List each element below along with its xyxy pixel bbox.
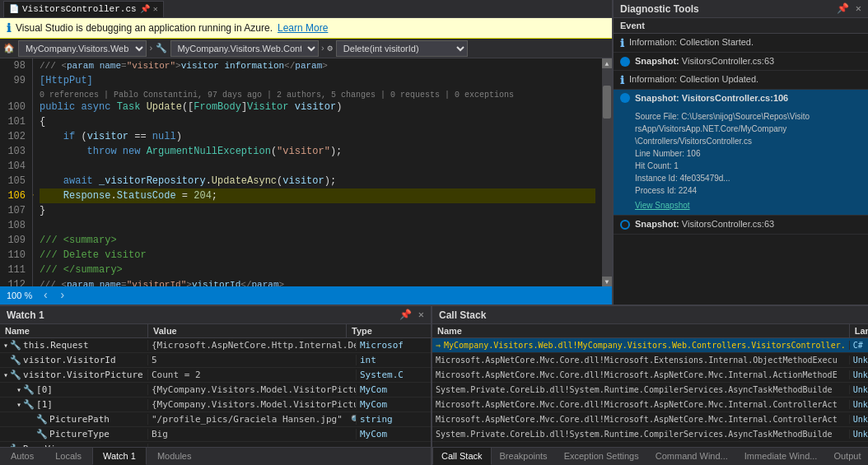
diagnostic-panel: Diagnostic Tools 📌 ✕ Event ℹ Information… [613, 0, 868, 305]
diag-snapshot-details: Source File: C:\Users\nijog\Source\Repos… [620, 110, 810, 212]
magnifier-icon[interactable]: 🔍 [351, 415, 357, 424]
watch-row-0[interactable]: ▾ 🔧 [0] {MyCompany.Visitors.Model.Visito… [0, 383, 431, 398]
tab-locals[interactable]: Locals [44, 447, 92, 465]
diag-event-snapshot3[interactable]: Snapshot: VisitorsController.cs:63 [614, 216, 868, 234]
scroll-track[interactable] [602, 68, 612, 277]
tab-autos[interactable]: Autos [0, 447, 44, 465]
watch-header: Name Value Type [0, 324, 431, 338]
cstab-immediate[interactable]: Immediate Wind... [736, 447, 826, 465]
code-tab[interactable]: 📄 VisitorsController.cs 📌 ✕ [3, 1, 164, 17]
code-line-102: if (visitor == null) [40, 129, 595, 144]
scroll-down-button[interactable]: ▼ [602, 277, 612, 286]
namespace-icon: 🏠 [3, 43, 15, 53]
method2-icon: ⚙ [327, 43, 333, 53]
class-dropdown[interactable]: MyCompany.Visitors.Web.Controllers.\ [170, 40, 319, 57]
code-line-109: /// <summary> [40, 233, 595, 248]
watch-row-picturepath[interactable]: ▾ 🔧 PicturePath "/profile_pics/Graciela … [0, 412, 431, 427]
cs-row-4[interactable]: System.Private.CoreLib.dll!System.Runtim… [432, 383, 868, 398]
expand-this-request[interactable]: ▾ [3, 341, 8, 350]
diag-event-snapshot1[interactable]: Snapshot: VisitorsController.cs:63 [614, 53, 868, 71]
cs-cell-name-7: System.Private.CoreLib.dll!System.Runtim… [432, 430, 850, 439]
cs-row-active[interactable]: ⇒MyCompany.Visitors.Web.dll!MyCompany.Vi… [432, 338, 868, 353]
snapshot-icon-1 [620, 57, 630, 67]
expand-0[interactable]: ▾ [16, 385, 21, 394]
cs-row-5[interactable]: Microsoft.AspNetCore.Mvc.Core.dll!Micros… [432, 398, 868, 412]
arrow-sep: › [148, 44, 154, 53]
tab-modules[interactable]: Modules [147, 447, 203, 465]
cstab-callstack[interactable]: Call Stack [432, 447, 492, 465]
method-dropdown[interactable]: Delete(int visitorId) [336, 40, 468, 57]
code-line-110: /// Delete visitor [40, 248, 595, 263]
cstab-output[interactable]: Output [825, 447, 868, 465]
watch-cell-name-visitorid: ▾ 🔧 visitor.VisitorId [0, 355, 148, 365]
watch-name-vp: visitor.VisitorPicture [23, 370, 143, 380]
arrow-sep2: › [320, 44, 326, 53]
watch-icon-1: 🔧 [23, 399, 35, 410]
file-icon: 📄 [9, 4, 19, 14]
expand-vp[interactable]: ▾ [3, 370, 8, 379]
watch-value-pp: "/profile_pics/Graciela Hansen.jpg" 🔍 [148, 414, 357, 425]
diag-close-icon[interactable]: ✕ [856, 2, 861, 15]
watch-cell-name-1: ▾ 🔧 [1] [0, 399, 148, 410]
watch-icon-pt: 🔧 [36, 429, 48, 439]
method-icon: 🔧 [156, 43, 167, 53]
cs-cell-lang-5: Unkn [850, 400, 868, 409]
zoom-right-arrow[interactable]: › [59, 289, 66, 302]
watch-cell-name-pt: ▾ 🔧 PictureType [0, 429, 148, 439]
watch-row-picturetype[interactable]: ▾ 🔧 PictureType Big MyCom [0, 427, 431, 442]
watch-icon-this-request: 🔧 [10, 340, 21, 351]
cs-header: Name Lang [432, 324, 868, 338]
cstab-exception[interactable]: Exception Settings [556, 447, 647, 465]
cs-row-6[interactable]: Microsoft.AspNetCore.Mvc.Core.dll!Micros… [432, 412, 868, 427]
close-tab-button[interactable]: ✕ [153, 4, 158, 14]
cs-cell-name-3: Microsoft.AspNetCore.Mvc.Core.dll!Micros… [432, 370, 850, 379]
code-scrollbar[interactable]: ▲ ▼ [602, 58, 612, 286]
namespace-dropdown[interactable]: MyCompany.Visitors.Web [18, 40, 147, 57]
cs-row-3[interactable]: Microsoft.AspNetCore.Mvc.Core.dll!Micros… [432, 368, 868, 383]
diagnostic-controls: 📌 ✕ [837, 2, 861, 15]
code-line-112: /// <param name="visitorId">visitorId</p… [40, 277, 595, 286]
cstab-breakpoints[interactable]: Breakpoints [492, 447, 556, 465]
diag-pin-icon[interactable]: 📌 [837, 2, 849, 15]
cstab-command[interactable]: Command Wind... [647, 447, 736, 465]
scroll-thumb[interactable] [603, 86, 611, 119]
watch-value-pt: Big [148, 429, 357, 439]
callstack-title: Call Stack [439, 309, 486, 321]
cs-row-7[interactable]: System.Private.CoreLib.dll!System.Runtim… [432, 427, 868, 442]
diag-event-info2[interactable]: ℹ Information: Collection Updated. [614, 71, 868, 90]
watch-type-visitorid: int [357, 355, 431, 365]
cs-row-2[interactable]: Microsoft.AspNetCore.Mvc.Core.dll!Micros… [432, 353, 868, 368]
expand-1[interactable]: ▾ [16, 400, 21, 409]
watch-name-visitorid: visitor.VisitorId [23, 355, 116, 365]
code-line-101: { [40, 114, 595, 129]
watch-row-1[interactable]: ▾ 🔧 [1] {MyCompany.Visitors.Model.Visito… [0, 398, 431, 412]
code-editor-area[interactable]: 98 99 100 101 102 103 104 105 106 107 10… [0, 58, 612, 286]
view-snapshot-link[interactable]: View Snapshot [635, 201, 690, 210]
watch-cell-name-this-request: ▾ 🔧 this.Request [0, 340, 148, 351]
watch-name-pt: PictureType [49, 429, 110, 439]
watch-name-1: [1] [36, 399, 53, 410]
cs-cell-lang-7: Unkn [850, 430, 868, 439]
diag-snapshot-header: Snapshot: VisitorsController.cs:106 [620, 93, 788, 103]
watch-row-visitorpicture[interactable]: ▾ 🔧 visitor.VisitorPicture Count = 2 Sys… [0, 368, 431, 383]
watch-type-1: MyCom [357, 399, 431, 410]
diag-event-snapshot-detail[interactable]: Snapshot: VisitorsController.cs:106 Sour… [614, 90, 868, 216]
cs-col-name-header: Name [432, 324, 850, 337]
info-icon: ℹ [7, 21, 11, 35]
watch-pin-icon[interactable]: 📌 [399, 309, 412, 321]
cs-cell-lang-2: Unkn [850, 356, 868, 365]
diag-event-info1[interactable]: ℹ Information: Collection Started. [614, 34, 868, 53]
info-icon-2: ℹ [620, 74, 624, 86]
watch-row-this-request[interactable]: ▾ 🔧 this.Request {Microsoft.AspNetCore.H… [0, 338, 431, 353]
learn-more-link[interactable]: Learn More [278, 22, 328, 34]
tab-watch1[interactable]: Watch 1 [92, 447, 147, 465]
watch-close-icon[interactable]: ✕ [418, 309, 424, 321]
diagnostic-events-list: ℹ Information: Collection Started. Snaps… [614, 34, 868, 305]
watch-icon-0: 🔧 [23, 384, 35, 395]
callstack-titlebar: Call Stack 📌 ✕ [432, 306, 868, 324]
scroll-up-button[interactable]: ▲ [602, 58, 612, 68]
watch-col-name-header: Name [0, 324, 148, 337]
code-text[interactable]: /// <param name="visitor">visitor inform… [33, 58, 602, 286]
watch-row-visitorid[interactable]: ▾ 🔧 visitor.VisitorId 5 int [0, 353, 431, 368]
zoom-left-arrow[interactable]: ‹ [42, 289, 49, 302]
